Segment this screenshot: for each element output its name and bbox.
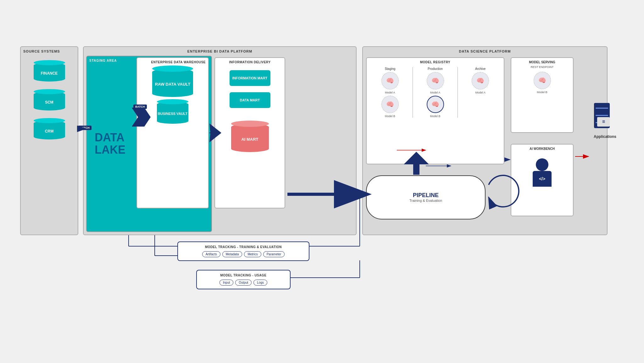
information-mart: INFORMATION MART bbox=[230, 70, 270, 86]
ai-workbench-label: AI WORKBENCH bbox=[530, 147, 555, 150]
archive-col-label: Archive bbox=[475, 67, 486, 71]
model-a-staging-label: Model A bbox=[385, 91, 395, 94]
tag-metrics: Metrics bbox=[244, 251, 261, 257]
tag-output: Output bbox=[235, 280, 252, 286]
tag-artifacts: Artifacts bbox=[202, 251, 220, 257]
model-tracking-training: MODEL TRACKING - TRAINING & EVALUATION A… bbox=[177, 241, 309, 261]
model-a-archive: 🧠 bbox=[472, 72, 489, 89]
scm-db: SCM bbox=[34, 92, 65, 111]
enterprise-bi-label: ENTERPRISE BI DATA PLATFORM bbox=[86, 49, 353, 53]
pipeline-box: PIPELINE Training & Evaluation bbox=[366, 175, 486, 219]
registry-columns: Staging 🧠 Model A 🧠 Model B Production 🧠… bbox=[369, 67, 501, 118]
data-mart: DATA MART bbox=[230, 92, 270, 108]
model-a-prod-label: Model A bbox=[430, 91, 441, 94]
finance-db: FINANCE bbox=[34, 63, 65, 82]
model-b-staging-label: Model B bbox=[385, 115, 395, 118]
tracking-training-tags: Artifacts Metadata Metrics Parameter bbox=[183, 251, 304, 257]
archive-col: Archive 🧠 Model A bbox=[459, 67, 501, 118]
staging-col-label: Staging bbox=[385, 67, 395, 71]
model-b-prod: 🧠 bbox=[427, 96, 444, 113]
developer-icon: </> bbox=[526, 154, 558, 191]
production-col: Production 🧠 Model A 🧠 Model B bbox=[414, 67, 456, 118]
batch-label-2: BATCH bbox=[133, 105, 147, 109]
server-stack: ☰ bbox=[594, 103, 616, 131]
raw-data-vault: RAW DATA VAULT bbox=[152, 69, 193, 97]
model-b-serving-label: Model B bbox=[514, 91, 570, 94]
info-delivery: INFORMATION DELIVERY INFORMATION MART DA… bbox=[214, 57, 285, 208]
model-b-serving: 🧠 bbox=[534, 72, 551, 89]
business-vault: BUSINESS VAULT bbox=[157, 102, 188, 124]
batch-label-1: BATCH bbox=[78, 126, 92, 130]
model-tracking-usage: MODEL TRACKING - USAGE Input Output Logs bbox=[196, 270, 291, 289]
applications-label: Applications bbox=[594, 134, 616, 139]
ai-workbench: AI WORKBENCH </> bbox=[511, 144, 574, 216]
model-serving-label: MODEL SERVING bbox=[514, 60, 570, 64]
rest-endpoint-label: REST ENDPOINT bbox=[514, 65, 570, 69]
model-serving: MODEL SERVING REST ENDPOINT 🧠 Model B bbox=[511, 57, 574, 133]
diagram-container: SOURCE SYSTEMS FINANCE SCM CRM ENTERPRIS… bbox=[14, 40, 630, 323]
staging-col: Staging 🧠 Model A 🧠 Model B bbox=[369, 67, 411, 118]
tracking-usage-label: MODEL TRACKING - USAGE bbox=[202, 274, 285, 277]
edw-box: ENTERPRISE DATA WAREHOUSE RAW DATA VAULT… bbox=[136, 57, 209, 208]
source-systems-label: SOURCE SYSTEMS bbox=[23, 49, 75, 53]
source-databases: FINANCE SCM CRM bbox=[23, 63, 75, 143]
edw-label: ENTERPRISE DATA WAREHOUSE bbox=[140, 60, 206, 64]
model-b-prod-label: Model B bbox=[430, 115, 440, 118]
tag-parameter: Parameter bbox=[263, 251, 285, 257]
production-col-label: Production bbox=[428, 67, 443, 71]
tag-input: Input bbox=[219, 280, 233, 286]
applications-external: ☰ Applications bbox=[589, 103, 621, 139]
model-registry-label: MODEL REGISTRY bbox=[369, 60, 501, 64]
pipeline-label: PIPELINE bbox=[413, 192, 439, 199]
model-a-staging: 🧠 bbox=[381, 72, 399, 89]
data-lake-text: DATALAKE bbox=[95, 131, 125, 156]
dev-head bbox=[536, 158, 548, 171]
tracking-usage-tags: Input Output Logs bbox=[202, 280, 285, 286]
dev-body: </> bbox=[533, 171, 552, 187]
tag-metadata: Metadata bbox=[222, 251, 242, 257]
tag-logs: Logs bbox=[253, 280, 267, 286]
tracking-training-label: MODEL TRACKING - TRAINING & EVALUATION bbox=[183, 245, 304, 249]
ai-mart: AI MART bbox=[231, 124, 269, 152]
crm-db: CRM bbox=[34, 121, 65, 139]
pipeline-sublabel: Training & Evaluation bbox=[409, 199, 442, 202]
model-registry: MODEL REGISTRY Staging 🧠 Model A 🧠 Model… bbox=[366, 57, 504, 164]
model-a-prod: 🧠 bbox=[427, 72, 444, 89]
model-a-archive-label: Model A bbox=[475, 91, 486, 94]
source-systems-box: SOURCE SYSTEMS FINANCE SCM CRM bbox=[20, 46, 78, 235]
info-delivery-label: INFORMATION DELIVERY bbox=[218, 60, 282, 64]
model-b-staging: 🧠 bbox=[381, 96, 399, 113]
data-science-label: DATA SCIENCE PLATFORM bbox=[365, 49, 604, 53]
app-overlay: ☰ bbox=[597, 117, 610, 127]
mart-items: INFORMATION MART DATA MART AI MART bbox=[218, 70, 282, 152]
edw-cylinders: RAW DATA VAULT BUSINESS VAULT bbox=[140, 69, 206, 124]
